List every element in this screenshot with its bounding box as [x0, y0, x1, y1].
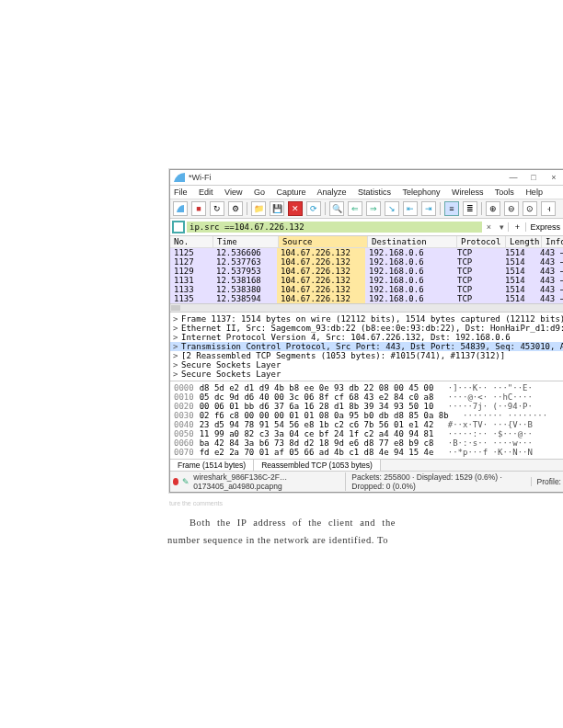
open-file-button[interactable]: 📁: [251, 201, 266, 216]
hex-line[interactable]: 002000 06 01 bb d6 37 6a 16 28 d1 8b 39 …: [174, 402, 560, 411]
titlebar[interactable]: *Wi-Fi — □ ×: [170, 170, 563, 186]
close-button[interactable]: ×: [544, 173, 563, 182]
wireshark-window: *Wi-Fi — □ × File Edit View Go Capture A…: [169, 169, 563, 493]
add-filter-button[interactable]: +: [508, 222, 525, 232]
window-title: *Wi-Fi: [189, 173, 212, 182]
hex-line[interactable]: 0070fd e2 2a 70 01 af 05 66 ad 4b c1 d8 …: [174, 448, 560, 457]
display-filter-input[interactable]: ip.src ==104.67.226.132: [187, 222, 482, 233]
col-destination[interactable]: Destination: [368, 236, 457, 247]
packet-row[interactable]: 113512.538594104.67.226.132192.168.0.6TC…: [170, 294, 563, 303]
zoom-in-button[interactable]: ⊕: [486, 201, 500, 216]
menu-go[interactable]: Go: [254, 188, 265, 197]
packet-row[interactable]: 112712.537763104.67.226.132192.168.0.6TC…: [170, 257, 563, 267]
hex-line[interactable]: 003002 f6 c8 00 00 00 01 01 08 0a 95 b0 …: [174, 411, 560, 420]
hex-line[interactable]: 005011 99 a0 82 c3 3a 04 ce bf 24 1f c2 …: [174, 429, 560, 438]
hex-line[interactable]: 0000d8 5d e2 d1 d9 4b b8 ee 0e 93 db 22 …: [174, 383, 560, 392]
menu-statistics[interactable]: Statistics: [358, 188, 391, 197]
detail-line[interactable]: >Ethernet II, Src: Sagemcom_93:db:22 (b8…: [170, 324, 563, 333]
forward-button[interactable]: ⇒: [366, 201, 381, 216]
scroll-thumb[interactable]: [171, 305, 180, 311]
detail-line[interactable]: >Frame 1137: 1514 bytes on wire (12112 b…: [170, 314, 563, 324]
packet-row[interactable]: 112512.536606104.67.226.132192.168.0.6TC…: [170, 248, 563, 257]
packet-header: No. Time Source Destination Protocol Len…: [170, 236, 563, 248]
packet-details[interactable]: >Frame 1137: 1514 bytes on wire (12112 b…: [170, 312, 563, 381]
goto-button[interactable]: ↘: [385, 201, 399, 216]
detail-line[interactable]: >Secure Sockets Layer: [170, 360, 563, 370]
menu-tools[interactable]: Tools: [495, 188, 514, 197]
toolbar: ■ ↻ ⚙ 📁 💾 ✕ ⟳ 🔍 ⇐ ⇒ ↘ ⇤ ⇥ ≡ ≣ ⊕ ⊖ ⊙ ⫞: [170, 199, 563, 219]
menu-wireless[interactable]: Wireless: [452, 188, 484, 197]
capture-options-button[interactable]: ⚙: [228, 201, 243, 216]
toolbar-sep-2: [325, 202, 326, 215]
menu-edit[interactable]: Edit: [199, 188, 213, 197]
status-stats: Packets: 255800 · Displayed: 1529 (0.6%)…: [345, 472, 523, 491]
packet-list-hscroll[interactable]: [170, 303, 563, 312]
start-capture-button[interactable]: [173, 201, 188, 216]
detail-line[interactable]: >Internet Protocol Version 4, Src: 104.6…: [170, 333, 563, 342]
wireshark-logo-icon: [173, 171, 186, 184]
maximize-button[interactable]: □: [523, 173, 544, 182]
stop-capture-button[interactable]: ■: [191, 201, 206, 216]
menu-capture[interactable]: Capture: [276, 188, 305, 197]
toolbar-sep: [247, 202, 247, 215]
expression-button[interactable]: Express: [525, 222, 563, 232]
autoscroll-button[interactable]: ≡: [444, 201, 459, 216]
tab-reassembled[interactable]: Reassembled TCP (1053 bytes): [254, 460, 381, 471]
packet-list: No. Time Source Destination Protocol Len…: [170, 236, 563, 312]
figure-caption: Both the IP address of the client and th…: [167, 515, 396, 550]
reload-button[interactable]: ⟳: [306, 201, 321, 216]
hex-line[interactable]: 004023 d5 94 78 91 54 56 e8 1b c2 c6 7b …: [174, 420, 560, 429]
menubar: File Edit View Go Capture Analyze Statis…: [170, 186, 563, 199]
minimize-button[interactable]: —: [503, 173, 523, 182]
colorize-button[interactable]: ≣: [463, 201, 477, 216]
packet-row[interactable]: 113112.538168104.67.226.132192.168.0.6TC…: [170, 276, 563, 285]
packet-row[interactable]: 113312.538380104.67.226.132192.168.0.6TC…: [170, 285, 563, 294]
col-info[interactable]: Info: [542, 236, 563, 247]
find-button[interactable]: 🔍: [329, 201, 344, 216]
save-file-button[interactable]: 💾: [270, 201, 284, 216]
hex-line[interactable]: 0060ba 42 84 3a b6 73 8d d2 18 9d e6 d8 …: [174, 438, 560, 448]
packet-row[interactable]: 112912.537953104.67.226.132192.168.0.6TC…: [170, 267, 563, 276]
zoom-reset-button[interactable]: ⊙: [523, 201, 537, 216]
menu-telephony[interactable]: Telephony: [402, 188, 440, 197]
caption-text: Both the IP address of the client and th…: [167, 515, 396, 550]
menu-analyze[interactable]: Analyze: [317, 188, 347, 197]
detail-line[interactable]: >[2 Reassembled TCP Segments (1053 bytes…: [170, 351, 563, 360]
resize-cols-button[interactable]: ⫞: [541, 201, 556, 216]
packet-bytes[interactable]: 0000d8 5d e2 d1 d9 4b b8 ee 0e 93 db 22 …: [170, 381, 563, 459]
menu-help[interactable]: Help: [525, 188, 543, 197]
expert-info-icon[interactable]: [173, 478, 178, 485]
detail-line[interactable]: >Transmission Control Protocol, Src Port…: [170, 342, 563, 351]
col-length[interactable]: Length: [506, 236, 542, 247]
filter-bar: ip.src ==104.67.226.132 × ▾ + Express: [170, 219, 563, 236]
col-source[interactable]: Source: [279, 236, 368, 247]
bytes-tabs: Frame (1514 bytes) Reassembled TCP (1053…: [170, 459, 563, 471]
fin-icon: [176, 204, 185, 213]
filter-history-button[interactable]: ▾: [495, 222, 508, 232]
toolbar-sep-4: [481, 202, 482, 215]
menu-view[interactable]: View: [224, 188, 242, 197]
toolbar-sep-3: [440, 202, 441, 215]
cropped-text-fragment: ture the comments: [169, 500, 223, 506]
clear-filter-button[interactable]: ×: [482, 222, 495, 232]
menu-file[interactable]: File: [174, 188, 188, 197]
last-button[interactable]: ⇥: [421, 201, 436, 216]
col-time[interactable]: Time: [213, 236, 279, 247]
col-no[interactable]: No.: [170, 236, 213, 247]
hex-line[interactable]: 001005 dc 9d d6 40 00 3c 06 8f cf 68 43 …: [174, 392, 560, 402]
back-button[interactable]: ⇐: [348, 201, 362, 216]
statusbar: ✎ wireshark_986F136C-2F…0173405_a04980.p…: [170, 471, 563, 492]
status-profile[interactable]: Profile:: [531, 477, 561, 486]
detail-line[interactable]: >Secure Sockets Layer: [170, 370, 563, 379]
first-button[interactable]: ⇤: [403, 201, 418, 216]
zoom-out-button[interactable]: ⊖: [504, 201, 519, 216]
col-protocol[interactable]: Protocol: [457, 236, 506, 247]
edit-cap-icon[interactable]: ✎: [182, 477, 190, 486]
status-file: wireshark_986F136C-2F…0173405_a04980.pca…: [193, 472, 338, 491]
tab-frame[interactable]: Frame (1514 bytes): [170, 460, 254, 471]
restart-capture-button[interactable]: ↻: [210, 201, 224, 216]
bookmark-filter-icon[interactable]: [172, 221, 185, 233]
close-file-button[interactable]: ✕: [288, 201, 303, 216]
